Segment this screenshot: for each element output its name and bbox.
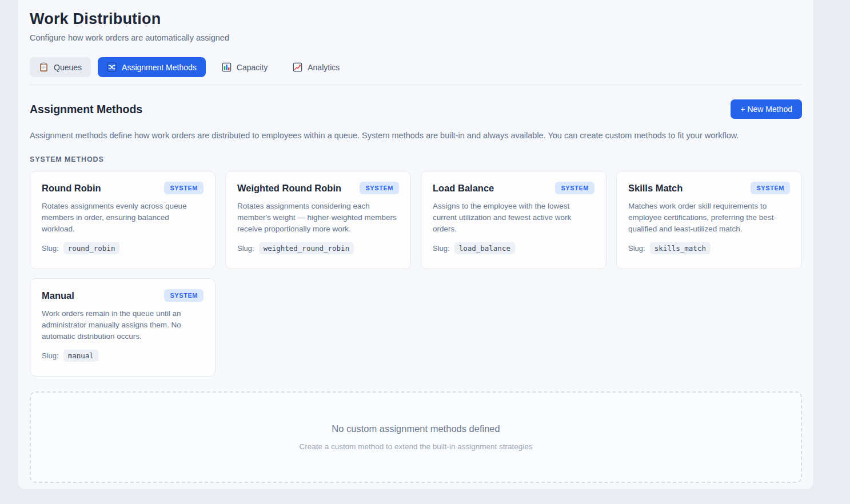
tab-capacity-label: Capacity <box>237 63 268 72</box>
method-card-manual: Manual SYSTEM Work orders remain in the … <box>30 278 216 377</box>
slug-value: skills_match <box>650 242 711 254</box>
method-name: Round Robin <box>42 182 101 194</box>
empty-state-title: No custom assignment methods defined <box>332 423 500 434</box>
method-card-load-balance: Load Balance SYSTEM Assigns to the emplo… <box>421 171 606 269</box>
custom-methods-empty-state: No custom assignment methods defined Cre… <box>30 391 802 483</box>
section-title: Assignment Methods <box>30 103 142 116</box>
system-methods-grid: Round Robin SYSTEM Rotates assignments e… <box>30 171 802 377</box>
empty-state-subtitle: Create a custom method to extend the bui… <box>299 442 532 451</box>
slug-label: Slug: <box>433 244 450 253</box>
method-name: Load Balance <box>433 182 494 194</box>
method-description: Rotates assignments evenly across queue … <box>42 201 203 235</box>
bar-chart-icon <box>222 62 232 72</box>
new-method-button[interactable]: + New Method <box>731 99 802 119</box>
tab-analytics[interactable]: Analytics <box>284 57 349 77</box>
slug-value: load_balance <box>454 242 515 254</box>
tab-analytics-label: Analytics <box>308 63 340 72</box>
shuffle-icon <box>107 62 117 72</box>
method-card-skills-match: Skills Match SYSTEM Matches work order s… <box>616 171 802 269</box>
tab-queues[interactable]: Queues <box>30 57 91 77</box>
page-subtitle: Configure how work orders are automatica… <box>30 33 802 42</box>
slug-value: manual <box>63 350 98 362</box>
slug-label: Slug: <box>42 244 59 253</box>
system-badge: SYSTEM <box>360 182 399 194</box>
clipboard-icon <box>39 62 49 72</box>
method-description: Matches work order skill requirements to… <box>628 201 790 235</box>
system-methods-label: SYSTEM METHODS <box>30 155 802 163</box>
slug-label: Slug: <box>237 244 254 253</box>
method-name: Weighted Round Robin <box>237 182 341 194</box>
slug-value: weighted_round_robin <box>259 242 354 254</box>
system-badge: SYSTEM <box>751 182 790 194</box>
chart-up-icon <box>293 62 302 72</box>
tab-capacity[interactable]: Capacity <box>213 57 277 77</box>
method-card-round-robin: Round Robin SYSTEM Rotates assignments e… <box>30 171 216 269</box>
method-description: Assigns to the employee with the lowest … <box>433 201 594 235</box>
tabbar: Queues Assignment Methods <box>30 57 802 77</box>
system-badge: SYSTEM <box>555 182 594 194</box>
slug-value: round_robin <box>63 242 120 254</box>
method-description: Rotates assignments considering each mem… <box>237 201 399 235</box>
method-card-weighted-round-robin: Weighted Round Robin SYSTEM Rotates assi… <box>225 171 411 269</box>
system-badge: SYSTEM <box>164 289 203 302</box>
work-distribution-panel: Work Distribution Configure how work ord… <box>18 0 813 489</box>
method-description: Work orders remain in the queue until an… <box>42 308 203 342</box>
method-name: Manual <box>42 289 74 301</box>
tab-assignment-methods[interactable]: Assignment Methods <box>98 57 206 77</box>
slug-label: Slug: <box>42 351 59 360</box>
system-badge: SYSTEM <box>164 182 203 194</box>
method-name: Skills Match <box>628 182 683 194</box>
slug-label: Slug: <box>628 244 645 253</box>
tabbar-divider <box>30 85 802 85</box>
page-title: Work Distribution <box>30 10 802 28</box>
tab-assignment-methods-label: Assignment Methods <box>122 63 197 72</box>
section-description: Assignment methods define how work order… <box>30 131 802 140</box>
tab-queues-label: Queues <box>54 63 82 72</box>
